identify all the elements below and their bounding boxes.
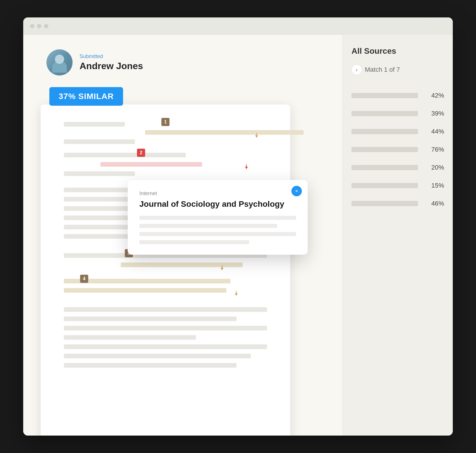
- match-badge-1: 1: [161, 118, 170, 126]
- source-bar-4: [351, 147, 418, 152]
- document-paper: 1 2: [41, 105, 290, 436]
- source-pct-4: 76%: [424, 146, 444, 153]
- match-section-4: 4: [64, 279, 267, 293]
- user-info: Submitted Andrew Jones: [80, 53, 143, 71]
- source-popup-content: [139, 216, 296, 244]
- popup-line-2: [139, 224, 277, 228]
- popup-line-3: [139, 232, 296, 236]
- right-panel: All Sources ‹ Match 1 of 7 42% 39% 44% 7…: [342, 35, 453, 436]
- source-popup: Internet Journal of Sociology and Psycho…: [128, 180, 308, 255]
- browser-dot-2: [37, 24, 41, 28]
- browser-window: All Sources ‹ Match 1 of 7 42% 39% 44% 7…: [23, 17, 453, 436]
- match-navigation: ‹ Match 1 of 7: [343, 62, 453, 84]
- doc-filler-2: [64, 307, 267, 368]
- source-item-5[interactable]: 20%: [343, 159, 453, 177]
- source-pct-1: 42%: [424, 92, 444, 99]
- popup-line-1: [139, 216, 296, 220]
- match-section-2: 2: [64, 153, 267, 176]
- close-icon: ×: [295, 188, 298, 194]
- match-counter: Match 1 of 7: [365, 66, 400, 73]
- document-header: Submitted Andrew Jones: [23, 35, 342, 84]
- browser-titlebar: [23, 17, 453, 35]
- close-button[interactable]: ×: [291, 186, 302, 196]
- source-pct-6: 15%: [424, 182, 444, 189]
- source-item-6[interactable]: 15%: [343, 177, 453, 195]
- source-pct-5: 20%: [424, 164, 444, 171]
- submitted-label: Submitted: [80, 53, 143, 60]
- browser-dot-1: [30, 24, 34, 28]
- source-item-7[interactable]: 46%: [343, 195, 453, 213]
- similarity-badge: 37% SIMILAR: [49, 87, 123, 106]
- source-bar-5: [351, 165, 418, 170]
- source-item-2[interactable]: 39%: [343, 105, 453, 123]
- source-bar-6: [351, 183, 418, 188]
- browser-dot-3: [44, 24, 48, 28]
- source-item-3[interactable]: 44%: [343, 123, 453, 141]
- source-bar-1: [351, 93, 418, 98]
- main-document-area: Submitted Andrew Jones 37% SIMILAR 1: [23, 35, 342, 436]
- source-item-4[interactable]: 76%: [343, 141, 453, 159]
- source-bar-2: [351, 111, 418, 116]
- source-bar-7: [351, 201, 418, 206]
- source-type-label: Internet: [139, 190, 296, 197]
- match-badge-4: 4: [80, 275, 88, 283]
- source-pct-3: 44%: [424, 128, 444, 135]
- match-section-1: 1: [64, 122, 267, 144]
- source-title: Journal of Sociology and Psychology: [139, 199, 296, 209]
- match-section-3: 3: [64, 253, 267, 267]
- source-list: 42% 39% 44% 76% 20% 15%: [343, 84, 453, 215]
- source-bar-3: [351, 129, 418, 134]
- match-badge-2: 2: [137, 149, 145, 157]
- avatar: [46, 49, 73, 76]
- source-pct-7: 46%: [424, 200, 444, 207]
- source-item-1[interactable]: 42%: [343, 87, 453, 105]
- match-prev-button[interactable]: ‹: [351, 64, 362, 75]
- user-name: Andrew Jones: [80, 61, 143, 71]
- popup-line-4: [139, 240, 249, 244]
- all-sources-heading: All Sources: [343, 35, 453, 62]
- source-pct-2: 39%: [424, 110, 444, 117]
